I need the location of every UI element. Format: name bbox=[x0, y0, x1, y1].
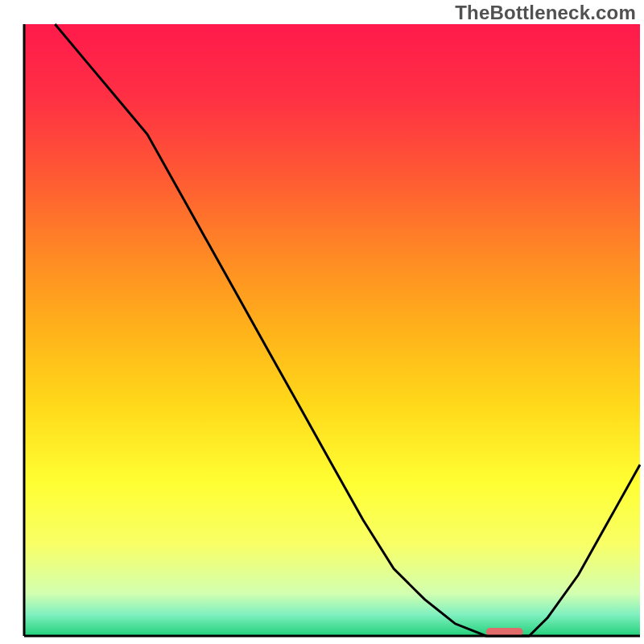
bottleneck-chart bbox=[0, 0, 644, 644]
plot-background bbox=[24, 24, 640, 636]
chart-container: TheBottleneck.com bbox=[0, 0, 644, 644]
